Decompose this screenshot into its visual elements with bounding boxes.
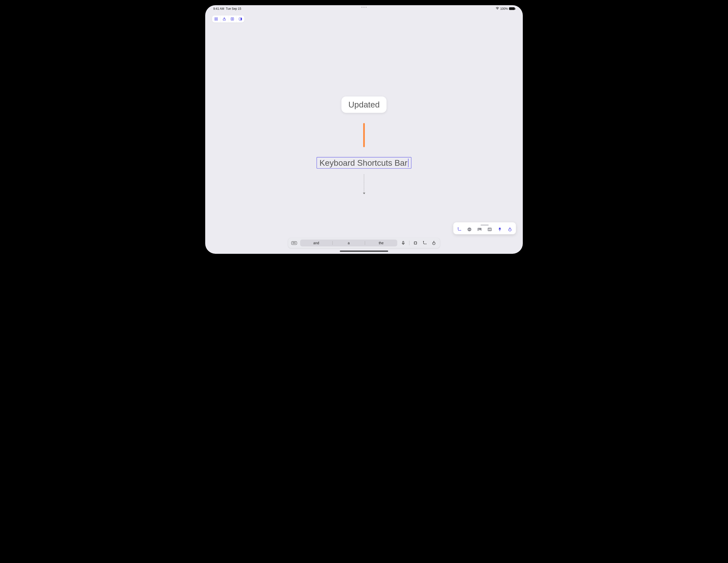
home-indicator[interactable] [340, 251, 388, 252]
connector-line [363, 123, 365, 147]
add-child-icon [422, 241, 427, 245]
mic-button[interactable] [400, 240, 407, 246]
svg-point-15 [478, 229, 479, 230]
target-button[interactable] [412, 240, 419, 246]
palette-stopwatch-button[interactable] [507, 227, 513, 233]
svg-rect-16 [488, 228, 492, 231]
screen: 9:41 AM Tue Sep 15 100% [205, 5, 523, 254]
hash-icon [487, 227, 492, 232]
node-parent-label: Updated [348, 100, 380, 109]
add-child-placeholder-arrow[interactable] [364, 174, 364, 194]
palette-pin-button[interactable] [497, 227, 503, 233]
target-icon [413, 241, 418, 245]
pin-icon [498, 227, 502, 232]
image-icon [477, 227, 482, 232]
prediction-bar: and a the [300, 240, 397, 247]
language-button[interactable]: EN [291, 240, 297, 246]
stopwatch-icon [432, 241, 436, 245]
svg-point-9 [458, 228, 459, 229]
palette-hash-button[interactable] [487, 227, 493, 233]
palette-add-child-button[interactable] [456, 227, 462, 233]
prediction-3[interactable]: the [365, 240, 397, 247]
node-editing[interactable]: Keyboard Shortcuts Bar [316, 157, 411, 169]
ksb-add-child-button[interactable] [422, 240, 428, 246]
ipad-device-frame: 9:41 AM Tue Sep 15 100% [200, 0, 528, 259]
drag-handle[interactable] [481, 225, 489, 226]
language-badge: EN [291, 241, 297, 245]
svg-point-13 [470, 229, 471, 230]
divider [409, 241, 410, 245]
prediction-2[interactable]: a [332, 240, 365, 247]
stopwatch-icon [508, 227, 512, 232]
keyboard-shortcuts-bar: EN and a the [288, 238, 440, 248]
svg-point-20 [423, 241, 424, 242]
node-parent[interactable]: Updated [341, 97, 387, 113]
floating-palette[interactable] [453, 222, 516, 234]
mic-icon [401, 241, 406, 245]
svg-point-11 [468, 229, 469, 230]
ksb-stopwatch-button[interactable] [431, 240, 437, 246]
more-icon [467, 227, 472, 232]
prediction-1[interactable]: and [300, 240, 332, 247]
svg-rect-18 [403, 241, 404, 244]
node-editing-text: Keyboard Shortcuts Bar [319, 158, 408, 168]
palette-image-button[interactable] [477, 227, 483, 233]
palette-more-button[interactable] [466, 227, 472, 233]
mindmap-canvas[interactable]: Updated Keyboard Shortcuts Bar [205, 5, 523, 254]
add-child-icon [457, 227, 462, 232]
text-caret [408, 159, 409, 167]
svg-point-12 [469, 229, 470, 230]
